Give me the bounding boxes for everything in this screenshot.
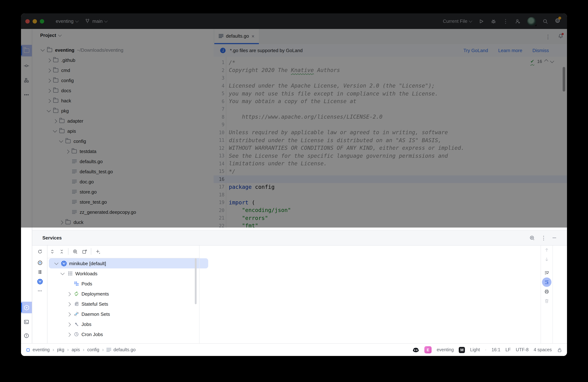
- breadcrumb-item[interactable]: config: [87, 347, 99, 352]
- code-line-19[interactable]: 19import (: [214, 199, 567, 206]
- services-tree-row[interactable]: Deployments: [49, 289, 208, 299]
- code-line-20[interactable]: 20 "encoding/json": [214, 206, 567, 214]
- chevron-down-icon[interactable]: [52, 128, 58, 134]
- plugin-badge[interactable]: E: [424, 346, 432, 353]
- copilot-icon[interactable]: [412, 346, 419, 353]
- chevron-right-icon[interactable]: [66, 311, 71, 317]
- code-line-18[interactable]: 18: [214, 191, 567, 199]
- code-line-9[interactable]: 9: [214, 121, 567, 129]
- project-tree-row[interactable]: defaults_test.go: [32, 166, 214, 176]
- editor-scrollbar[interactable]: [563, 67, 565, 92]
- rail-server-stack-button[interactable]: [36, 267, 43, 277]
- filter-button[interactable]: [70, 247, 80, 256]
- learn-more-link[interactable]: Learn more: [498, 48, 522, 53]
- caret-position-widget[interactable]: 16:1: [491, 347, 500, 352]
- chevron-down-icon[interactable]: [60, 271, 65, 276]
- code-editor[interactable]: 1/*2Copyright 2020 The Knative Authors34…: [214, 57, 567, 228]
- line-ending-widget[interactable]: LF: [505, 347, 511, 352]
- theme-label[interactable]: Light: [470, 347, 480, 352]
- chevron-right-icon[interactable]: [66, 332, 71, 337]
- run-configuration-selector[interactable]: Current File: [443, 19, 472, 24]
- code-line-15[interactable]: 15*/: [214, 168, 567, 175]
- services-tree-row[interactable]: Jobs: [49, 319, 208, 329]
- collapse-all-button[interactable]: [57, 247, 66, 256]
- services-tree-row[interactable]: Pods: [49, 279, 208, 289]
- run-button[interactable]: [478, 18, 484, 24]
- project-tree-row[interactable]: zz_generated.deepcopy.go: [32, 207, 214, 217]
- breadcrumb-item[interactable]: pkg: [57, 347, 64, 352]
- stripe-button-services[interactable]: [21, 302, 32, 313]
- search-everywhere-button[interactable]: [542, 18, 548, 24]
- close-tab-icon[interactable]: ×: [252, 34, 254, 38]
- rail-kubernetes-button[interactable]: [36, 277, 43, 286]
- more-options-icon[interactable]: ⋮: [541, 235, 546, 241]
- dismiss-link[interactable]: Dismiss: [532, 48, 549, 53]
- stripe-button-more-tools[interactable]: [21, 89, 32, 101]
- stripe-button-commit[interactable]: [21, 60, 32, 72]
- debug-button[interactable]: [491, 18, 496, 24]
- settings-button[interactable]: [555, 18, 561, 25]
- chevron-right-icon[interactable]: [66, 291, 71, 296]
- project-tree-row[interactable]: apis: [32, 126, 214, 136]
- project-tree-row[interactable]: .github: [32, 55, 214, 65]
- chevron-down-icon[interactable]: [54, 261, 59, 266]
- code-line-2[interactable]: 2Copyright 2020 The Knative Authors: [214, 66, 567, 74]
- code-line-1[interactable]: 1/*: [214, 58, 567, 66]
- project-tree-row[interactable]: config: [32, 136, 214, 146]
- code-line-7[interactable]: 7: [214, 105, 567, 113]
- project-tree-row[interactable]: config: [32, 75, 214, 85]
- notifications-button[interactable]: [558, 33, 563, 40]
- stripe-button-project[interactable]: [21, 45, 32, 57]
- chevron-right-icon[interactable]: [46, 57, 51, 63]
- chevron-right-icon[interactable]: [46, 88, 51, 93]
- stripe-button-problems[interactable]: [21, 330, 32, 342]
- project-tree-row[interactable]: docs: [32, 85, 214, 96]
- avatar[interactable]: [527, 17, 536, 25]
- project-tree-row[interactable]: hack: [32, 96, 214, 106]
- encoding-widget[interactable]: UTF-8: [516, 347, 529, 352]
- inspections-widget[interactable]: ✔ 16: [530, 58, 553, 64]
- breadcrumb-item[interactable]: apis: [72, 347, 80, 352]
- stripe-button-structure[interactable]: [21, 75, 32, 86]
- services-tree-row[interactable]: Workloads: [49, 268, 208, 279]
- code-line-12[interactable]: 12WITHOUT WARRANTIES OR CONDITIONS OF AN…: [214, 144, 567, 152]
- code-line-17[interactable]: 17package config: [214, 183, 567, 191]
- clear-button[interactable]: [542, 296, 551, 305]
- code-line-10[interactable]: 10Unless required by applicable law or a…: [214, 129, 567, 136]
- status-project-name[interactable]: eventing: [437, 347, 454, 352]
- more-actions-button[interactable]: ⋮: [503, 19, 508, 24]
- open-in-new-tab-button[interactable]: [80, 247, 89, 256]
- project-tree-row[interactable]: store_test.go: [32, 197, 214, 207]
- code-line-16[interactable]: 16: [214, 175, 567, 183]
- services-tree-row[interactable]: minikube [default]: [49, 258, 208, 268]
- next-problem-icon[interactable]: [550, 59, 554, 63]
- chevron-down-icon[interactable]: [59, 138, 64, 144]
- chevron-right-icon[interactable]: [46, 98, 51, 103]
- project-tree-row[interactable]: defaults.go: [32, 156, 214, 166]
- project-tree-row[interactable]: duck: [32, 217, 214, 227]
- project-tree-row[interactable]: store.go: [32, 187, 214, 197]
- code-line-3[interactable]: 3: [214, 74, 567, 82]
- refresh-button[interactable]: [32, 247, 47, 256]
- project-tree-row[interactable]: adapter: [32, 116, 214, 126]
- code-line-4[interactable]: 4Licensed under the Apache License, Vers…: [214, 82, 567, 90]
- prev-button[interactable]: [542, 245, 551, 254]
- services-tree-scrollbar[interactable]: [195, 258, 197, 304]
- project-tree-row[interactable]: eventing~/Downloads/eventing: [32, 45, 214, 55]
- tab-defaults-go[interactable]: defaults.go ×: [214, 29, 259, 44]
- services-tree-row[interactable]: Stateful Sets: [49, 299, 208, 309]
- print-button[interactable]: [542, 287, 551, 296]
- services-tree-row[interactable]: Daemon Sets: [49, 309, 208, 319]
- chevron-down-icon[interactable]: [46, 108, 51, 113]
- prev-problem-icon[interactable]: [544, 59, 548, 63]
- breadcrumb-item[interactable]: eventing: [26, 347, 50, 352]
- project-panel-header[interactable]: Project: [32, 29, 214, 38]
- options-icon[interactable]: [529, 235, 535, 241]
- chevron-down-icon[interactable]: [40, 47, 45, 53]
- expand-all-button[interactable]: [47, 247, 57, 256]
- project-tree-row[interactable]: testdata: [32, 146, 214, 156]
- chevron-right-icon[interactable]: [66, 322, 71, 327]
- code-line-6[interactable]: 6You may obtain a copy of the License at: [214, 97, 567, 105]
- stripe-button-terminal[interactable]: [21, 316, 32, 327]
- chevron-right-icon[interactable]: [66, 301, 71, 306]
